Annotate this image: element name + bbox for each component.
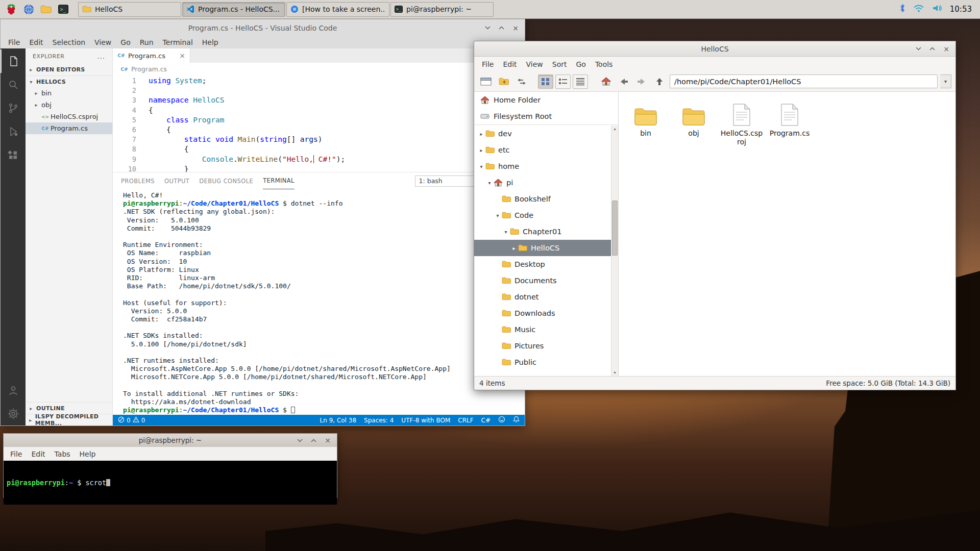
menu-tabs[interactable]: Tabs [50, 450, 75, 458]
status-spaces-4[interactable]: Spaces: 4 [364, 417, 394, 424]
notifications-bell-icon[interactable] [513, 416, 520, 424]
tree-home[interactable]: ▾home [474, 158, 611, 174]
explorer-item-program-cs[interactable]: C#Program.cs [26, 122, 112, 134]
tree-chapter01[interactable]: ▾Chapter01 [474, 223, 611, 240]
side-pane-scrollbar[interactable]: ▴ ▾ [611, 126, 618, 376]
search-icon[interactable] [1, 73, 26, 96]
menu-go[interactable]: Go [116, 38, 135, 46]
menu-help[interactable]: Help [198, 38, 223, 46]
panel-tab-terminal[interactable]: TERMINAL [263, 172, 295, 189]
clock[interactable]: 10:53 [950, 5, 972, 14]
volume-icon[interactable] [932, 4, 942, 14]
status-utf-8-with-bom[interactable]: UTF-8 with BOM [401, 417, 450, 424]
menu-file[interactable]: File [4, 38, 24, 46]
wifi-icon[interactable] [913, 4, 924, 15]
forward-button[interactable] [634, 74, 649, 89]
problems-status[interactable]: 0 0 [118, 416, 145, 424]
lxterminal-titlebar[interactable]: pi@raspberrypi: ~ × [4, 434, 337, 447]
tree-documents[interactable]: Documents [474, 272, 611, 289]
tree-hellocs[interactable]: ▸HelloCS [474, 240, 611, 256]
explorer-more-actions-icon[interactable]: ... [97, 53, 105, 60]
tree-pi[interactable]: ▾pi [474, 174, 611, 191]
up-button[interactable] [652, 74, 667, 89]
menu-tools[interactable]: Tools [591, 60, 618, 68]
run-debug-icon[interactable] [1, 120, 26, 143]
tree-public[interactable]: Public [474, 354, 611, 370]
compact-view-button[interactable] [555, 74, 571, 89]
file-manager-titlebar[interactable]: HelloCS × [474, 41, 955, 57]
menu-edit[interactable]: Edit [27, 450, 50, 458]
tree-dev[interactable]: ▸dev [474, 126, 611, 142]
explorer-item-obj[interactable]: ▸obj [26, 99, 112, 111]
feedback-smiley-icon[interactable] [498, 416, 505, 424]
shade-window-icon[interactable] [916, 47, 921, 51]
menu-file[interactable]: File [477, 60, 498, 68]
explorer-icon[interactable] [1, 49, 26, 73]
tree-music[interactable]: Music [474, 321, 611, 338]
raspberry-menu-icon[interactable] [3, 2, 19, 17]
extensions-icon[interactable] [1, 143, 26, 167]
path-dropdown-icon[interactable]: ▾ [940, 74, 951, 88]
settings-gear-icon[interactable] [1, 402, 26, 425]
explorer-item-bin[interactable]: ▸bin [26, 87, 112, 99]
file-manager-launcher-icon[interactable] [38, 2, 54, 17]
file-item-hellocs-csproj[interactable]: HelloCS.csproj [718, 97, 766, 152]
close-window-icon[interactable]: × [512, 24, 519, 32]
new-folder-icon[interactable]: + [496, 74, 511, 89]
scrollbar-thumb[interactable] [612, 201, 618, 256]
explorer-section-outline[interactable]: ▸OUTLINE [26, 402, 112, 414]
close-tab-icon[interactable]: × [179, 52, 185, 60]
file-item-bin[interactable]: bin [622, 97, 670, 152]
taskbar-window-how-to-take-a-screen[interactable]: [How to take a screen... [286, 2, 389, 17]
menu-edit[interactable]: Edit [498, 60, 521, 68]
terminal-launcher-icon[interactable]: >_ [55, 2, 71, 17]
tree-etc[interactable]: ▸etc [474, 142, 611, 158]
taskbar-window-pi-raspberrypi[interactable]: >_pi@raspberrypi: ~ [390, 2, 494, 17]
place-filesystem-root[interactable]: Filesystem Root [474, 108, 618, 124]
scroll-up-icon[interactable]: ▴ [611, 127, 618, 131]
status-crlf[interactable]: CRLF [458, 417, 473, 424]
scroll-down-icon[interactable]: ▾ [611, 370, 618, 375]
menu-file[interactable]: File [6, 450, 27, 458]
section-open-editors[interactable]: ▸ OPEN EDITORS [26, 64, 112, 76]
tree-downloads[interactable]: Downloads [474, 305, 611, 321]
breadcrumb[interactable]: C# Program.cs [113, 63, 525, 76]
explorer-item-hellocs-csproj[interactable]: <>HelloCS.csproj [26, 111, 112, 122]
integrated-terminal[interactable]: Hello, C#!pi@raspberrypi:~/Code/Chapter0… [113, 189, 525, 415]
tree-desktop[interactable]: Desktop [474, 256, 611, 272]
maximize-window-icon[interactable] [929, 47, 935, 51]
bluetooth-icon[interactable] [899, 4, 905, 15]
menu-selection[interactable]: Selection [48, 38, 90, 46]
icon-view-button[interactable] [538, 74, 553, 89]
code-editor[interactable]: 1using System;23namespace HelloCS4{5 cla… [113, 76, 525, 172]
source-control-icon[interactable] [1, 96, 26, 120]
dual-pane-icon[interactable] [514, 74, 529, 89]
menu-go[interactable]: Go [572, 60, 591, 68]
taskbar-window-hellocs[interactable]: HelloCS [78, 2, 181, 17]
panel-tab-problems[interactable]: PROBLEMS [121, 172, 155, 189]
menu-view[interactable]: View [90, 38, 116, 46]
lxterminal-screen[interactable]: pi@raspberrypi:~ $ scrot [4, 461, 337, 505]
detailed-view-button[interactable] [573, 74, 588, 89]
new-tab-icon[interactable] [478, 74, 494, 89]
place-home-folder[interactable]: Home Folder [474, 92, 618, 108]
path-input[interactable] [670, 74, 938, 88]
vscode-titlebar[interactable]: Program.cs - HelloCS - Visual Studio Cod… [1, 19, 525, 36]
maximize-window-icon[interactable] [499, 26, 504, 30]
menu-edit[interactable]: Edit [24, 38, 47, 46]
menu-sort[interactable]: Sort [548, 60, 572, 68]
menu-help[interactable]: Help [75, 450, 101, 458]
shade-window-icon[interactable] [485, 26, 491, 30]
tab-program-cs[interactable]: C# Program.cs × [113, 48, 190, 63]
section-hellocs[interactable]: ▾ HELLOCS [26, 76, 112, 87]
tree-pictures[interactable]: Pictures [474, 338, 611, 354]
menu-view[interactable]: View [522, 60, 548, 68]
browser-launcher-icon[interactable] [20, 2, 37, 17]
tree-bookshelf[interactable]: Bookshelf [474, 191, 611, 207]
back-button[interactable] [616, 74, 631, 89]
status-ln-9-col-38[interactable]: Ln 9, Col 38 [320, 417, 357, 424]
close-window-icon[interactable]: × [325, 437, 331, 444]
file-item-program-cs[interactable]: Program.cs [766, 97, 814, 152]
home-button[interactable] [598, 74, 614, 89]
status-c[interactable]: C# [481, 417, 491, 424]
